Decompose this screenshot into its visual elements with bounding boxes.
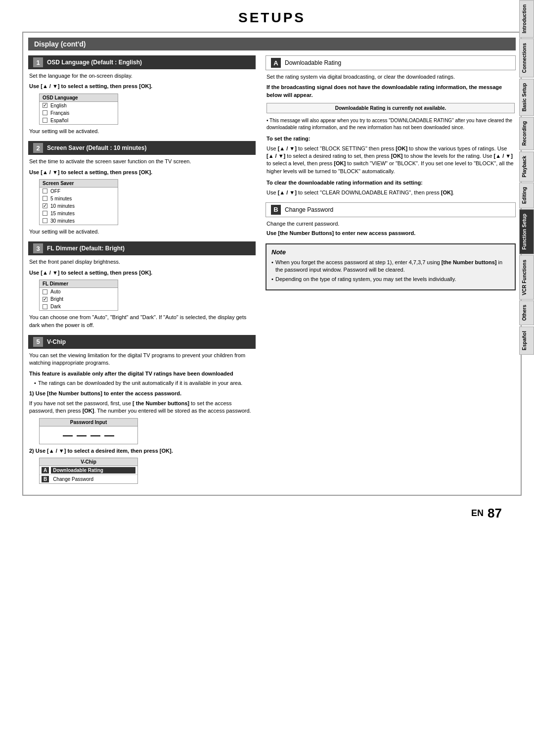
step5-number: 5 [33, 337, 43, 347]
ss-checkbox-5min [43, 196, 47, 201]
ss-checkbox-30min [43, 218, 47, 223]
step5-desc: You can set the viewing limitation for t… [29, 352, 255, 367]
pwd-dash2: — [77, 429, 87, 441]
step3-desc: Set the front panel display brightness. [29, 258, 255, 266]
step3-extra-note: You can choose one from "Auto", "Bright"… [29, 314, 255, 329]
fl-checkbox-auto [43, 289, 47, 294]
to-set-text: Use [▲ / ▼] to select "BLOCK SETTING" th… [267, 145, 515, 176]
step2-activation: Your setting will be activated. [29, 228, 255, 236]
sidebar-tab-recording[interactable]: Recording [519, 117, 534, 150]
fl-label-auto: Auto [50, 289, 61, 294]
page-number-area: EN 87 [22, 506, 522, 521]
section-a-content: Set the rating system via digital broadc… [266, 73, 516, 196]
osd-row-espanol: Español [40, 117, 118, 124]
step3-instruction: Use [▲ / ▼] to select a setting, then pr… [29, 269, 255, 277]
sidebar-tab-playback[interactable]: Playback [519, 151, 534, 182]
section-a-title: Downloadable Rating [285, 59, 341, 66]
section-b-instruction: Use [the Number Buttons] to enter new ac… [267, 230, 515, 237]
osd-label-english: English [50, 103, 67, 108]
step1-number: 1 [33, 57, 43, 67]
page-number: 87 [488, 506, 502, 521]
pwd-dash4: — [104, 429, 114, 441]
step1-instruction: Use [▲ / ▼] to select a setting, then pr… [29, 83, 255, 90]
step5-substep2: 2) Use [▲ / ▼] to select a desired item,… [29, 447, 255, 455]
step1-title: OSD Language (Default : English) [47, 59, 142, 66]
ss-checkbox-15min [43, 211, 47, 216]
vchip-row-b: B Change Password [40, 475, 137, 483]
osd-row-francais: Français [40, 109, 118, 117]
note-item-1: When you forget the access password at s… [271, 259, 510, 274]
osd-checkbox-francais [43, 110, 47, 115]
step3-title: FL Dimmer (Default: Bright) [47, 245, 125, 252]
pwd-table-header: Password Input [40, 419, 137, 426]
ss-row-5min: 5 minutes [40, 195, 118, 202]
osd-row-english: English [40, 102, 118, 109]
ss-row-15min: 15 minutes [40, 210, 118, 217]
password-input-table: Password Input — — — — [39, 418, 138, 444]
sidebar-tab-introduction[interactable]: Introduction [519, 0, 534, 38]
ss-label-30min: 30 minutes [50, 218, 75, 224]
fl-label-bright: Bright [50, 296, 63, 302]
step2-title: Screen Saver (Default : 10 minutes) [47, 144, 146, 151]
sidebar-tab-vcr-functions[interactable]: VCR Functions [519, 255, 534, 300]
section-a-header: A Downloadable Rating [266, 55, 516, 70]
note-title: Note [271, 248, 510, 256]
step5-substep1-desc: If you have not set the password, first,… [29, 400, 255, 415]
step1-desc: Set the language for the on-screen displ… [29, 72, 255, 80]
sidebar-tab-basic-setup[interactable]: Basic Setup [519, 79, 534, 116]
step2-desc: Set the time to activate the screen save… [29, 158, 255, 165]
osd-table-header: OSD Language [40, 94, 118, 102]
section-b-desc: Change the current password. [267, 220, 515, 228]
ss-table-header: Screen Saver [40, 180, 118, 188]
vchip-row-a: A Downloadable Rating [40, 466, 137, 475]
sidebar-tab-connections[interactable]: Connections [519, 39, 534, 78]
fl-row-bright: Bright [40, 295, 118, 303]
page-title: SETUPS [22, 10, 522, 26]
step2-header: 2 Screen Saver (Default : 10 minutes) [28, 141, 256, 155]
step2-number: 2 [33, 143, 43, 153]
sidebar-tab-editing[interactable]: Editing [519, 183, 534, 208]
step3-header: 3 FL Dimmer (Default: Bright) [28, 241, 256, 255]
fl-checkbox-bright [43, 297, 47, 302]
vchip-label-a: Downloadable Rating [51, 467, 135, 473]
vchip-table: V-Chip A Downloadable Rating B Change Pa… [39, 458, 138, 484]
osd-checkbox-espanol [43, 118, 47, 123]
step5-bullet1: The ratings can be downloaded by the uni… [34, 379, 255, 387]
sidebar-tabs: Introduction Connections Basic Setup Rec… [519, 0, 534, 756]
right-column: A Downloadable Rating Set the rating sys… [266, 55, 516, 490]
vchip-label-b: Change Password [51, 476, 135, 482]
sidebar-tab-espanol[interactable]: Español [519, 327, 534, 355]
osd-checkbox-english [43, 103, 47, 108]
fl-label-dark: Dark [50, 304, 61, 309]
step2-content: Set the time to activate the screen save… [28, 158, 256, 236]
vchip-table-header: V-Chip [40, 458, 137, 466]
section-b-content: Change the current password. Use [the Nu… [266, 220, 516, 237]
ss-checkbox-off [43, 189, 47, 193]
osd-label-espanol: Español [50, 118, 68, 123]
vchip-letter-a: A [42, 467, 49, 473]
sidebar-tab-function-setup[interactable]: Function Setup [519, 209, 534, 254]
to-set-heading: To set the rating: [267, 135, 515, 142]
ss-label-off: OFF [50, 189, 60, 194]
ss-row-30min: 30 minutes [40, 217, 118, 225]
letter-b-box: B [271, 205, 281, 215]
fl-row-dark: Dark [40, 303, 118, 310]
ss-row-10min: 10 minutes [40, 202, 118, 210]
section-b-header: B Change Password [266, 202, 516, 217]
step2-instruction: Use [▲ / ▼] to select a setting, then pr… [29, 169, 255, 176]
pwd-dash3: — [90, 429, 100, 441]
to-clear-heading: To clear the downloadable rating informa… [267, 179, 515, 187]
section-a-sub-note: • This message will also appear when you… [267, 117, 515, 131]
to-clear-text: Use [▲ / ▼] to select "CLEAR DOWNLOADABL… [267, 189, 515, 196]
fl-table-header: FL Dimmer [40, 280, 118, 288]
osd-label-francais: Français [50, 110, 69, 116]
pwd-dash1: — [63, 429, 73, 441]
sidebar-tab-others[interactable]: Others [519, 300, 534, 325]
vchip-letter-b: B [42, 476, 49, 482]
step5-substep1-bold: 1) Use [the Number buttons] to enter the… [29, 390, 255, 397]
warning-box: Downloadable Rating is currently not ava… [267, 103, 515, 113]
fl-dimmer-table: FL Dimmer Auto Bright Dark [39, 280, 118, 311]
step5-content: You can set the viewing limitation for t… [28, 352, 256, 484]
step1-activation: Your setting will be activated. [29, 128, 255, 135]
note-box: Note When you forget the access password… [266, 243, 516, 290]
